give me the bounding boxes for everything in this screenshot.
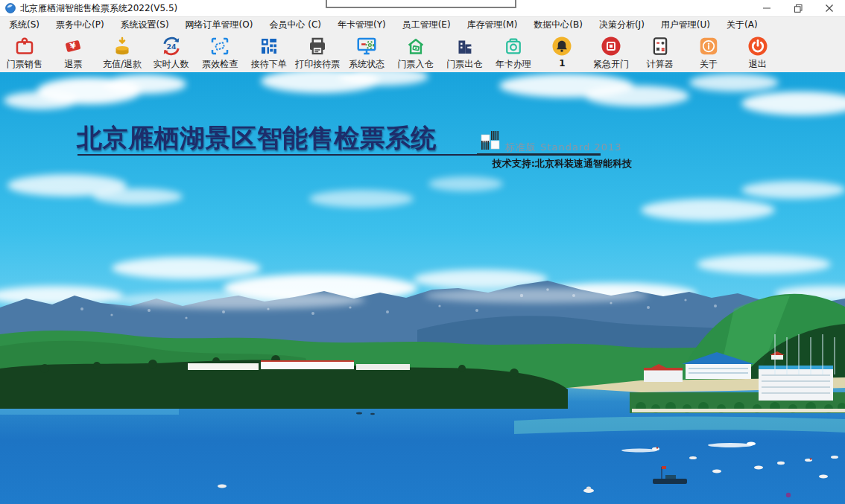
support-label: 技术支持:北京科装速通智能科技 [414, 157, 632, 170]
calculator-icon [649, 35, 671, 57]
ticket-sale-icon [13, 35, 36, 57]
window-controls [751, 0, 845, 16]
annual-card-icon [502, 35, 525, 57]
about-icon [697, 35, 720, 57]
toolbar-item-label: 紧急开门 [593, 58, 629, 71]
close-button[interactable] [814, 0, 845, 16]
toolbar-item-label: 门票销售 [7, 58, 42, 71]
toolbar-item-4[interactable]: 票效检查 [195, 35, 244, 71]
svg-text:24: 24 [166, 42, 177, 51]
menu-item-7[interactable]: 库存管理(M) [461, 17, 525, 33]
toolbar-item-13[interactable]: 计算器 [636, 35, 685, 71]
toolbar-item-label: 实时人数 [154, 58, 189, 71]
toolbar-item-0[interactable]: 门票销售 [0, 35, 49, 71]
exit-icon [747, 35, 769, 57]
app-window: 北京雁栖湖智能售检票系统2022(V5.5) 系统(S)票务中心(P)系统设置(… [0, 0, 845, 504]
ticket-validity-scan-icon [209, 35, 231, 57]
toolbar-item-14[interactable]: 关于 [684, 35, 733, 71]
toolbar-item-10[interactable]: 年卡办理 [489, 35, 538, 71]
menu-bar: 系统(S)票务中心(P)系统设置(S)网络订单管理(O)会员中心 (C)年卡管理… [0, 17, 845, 32]
toolbar-item-label: 1 [559, 58, 565, 68]
toolbar-item-label: 计算器 [647, 58, 674, 71]
menu-item-4[interactable]: 会员中心 (C) [262, 17, 328, 33]
toolbar-item-1[interactable]: ¥ 退票 [49, 35, 98, 71]
recharge-refund-icon [111, 35, 133, 57]
hero-title: 北京雁栖湖景区智能售检票系统 [77, 121, 437, 156]
toolbar-item-label: 充值/退款 [103, 58, 142, 71]
toolbar-item-label: 票效检查 [202, 58, 238, 71]
toolbar-item-12[interactable]: 紧急开门 [586, 35, 636, 71]
toolbar-item-label: 系统状态 [349, 58, 384, 71]
toolbar-item-5[interactable]: 接待下单 [244, 35, 294, 71]
toolbar-item-9[interactable]: 门票出仓 [440, 35, 489, 71]
menu-item-9[interactable]: 决策分析(J) [592, 17, 651, 33]
menu-item-6[interactable]: 员工管理(E) [396, 17, 458, 33]
toolbar-item-label: 年卡办理 [496, 58, 531, 71]
background-window-edge[interactable] [326, 0, 516, 8]
notification-bell-icon [551, 35, 573, 57]
toolbar-item-6[interactable]: 打印接待票 [294, 35, 343, 71]
toolbar-item-label: 门票出仓 [446, 58, 482, 71]
ticket-outbound-icon [453, 35, 475, 57]
toolbar-item-15[interactable]: 退出 [733, 35, 782, 71]
menu-item-8[interactable]: 数据中心(B) [527, 17, 589, 33]
minimize-button[interactable] [751, 0, 782, 16]
menu-item-0[interactable]: 系统(S) [2, 17, 46, 33]
toolbar-item-label: 打印接待票 [295, 58, 340, 71]
menu-item-5[interactable]: 年卡管理(Y) [331, 17, 393, 33]
reception-order-qr-icon [258, 35, 280, 57]
print-reception-ticket-icon [306, 35, 329, 57]
refund-ticket-icon: ¥ [62, 35, 84, 57]
toolbar-item-label: 门票入仓 [398, 58, 434, 71]
window-title: 北京雁栖湖智能售检票系统2022(V5.5) [20, 2, 177, 15]
system-status-icon [355, 35, 378, 57]
toolbar-item-3[interactable]: 24 实时人数 [147, 35, 196, 71]
edition-logo-icon [481, 130, 501, 150]
menu-item-2[interactable]: 系统设置(S) [114, 17, 176, 33]
toolbar-item-11[interactable]: 1 [538, 35, 587, 68]
toolbar-item-label: 关于 [700, 58, 718, 71]
menu-item-1[interactable]: 票务中心(P) [49, 17, 111, 33]
toolbar-item-2[interactable]: 充值/退款 [98, 35, 147, 71]
menu-item-3[interactable]: 网络订单管理(O) [179, 17, 260, 33]
ticket-inbound-icon [405, 35, 427, 57]
hero-underline [77, 154, 477, 156]
toolbar-item-label: 退票 [64, 58, 82, 71]
realtime-visitors-icon: 24 [160, 35, 183, 57]
toolbar-item-8[interactable]: 门票入仓 [391, 35, 440, 71]
app-logo-icon [5, 3, 16, 13]
toolbar-item-label: 退出 [749, 58, 767, 71]
menu-item-11[interactable]: 关于(A) [720, 17, 765, 33]
toolbar-item-7[interactable]: 系统状态 [342, 35, 391, 71]
toolbar-item-label: 接待下单 [251, 58, 287, 71]
toolbar: 门票销售 ¥ 退票 充值/退款 24 实时人数 票效检查 接待下单 打印接待票 … [0, 32, 845, 76]
menu-item-10[interactable]: 用户管理(U) [654, 17, 717, 33]
edition-label: 标准版 Standard 2013 [505, 141, 622, 154]
emergency-door-icon [600, 35, 622, 57]
hero-photo: 北京雁栖湖景区智能售检票系统 标准版 Standard 2013 技术支持:北京… [0, 72, 845, 504]
restore-button[interactable] [782, 0, 814, 16]
